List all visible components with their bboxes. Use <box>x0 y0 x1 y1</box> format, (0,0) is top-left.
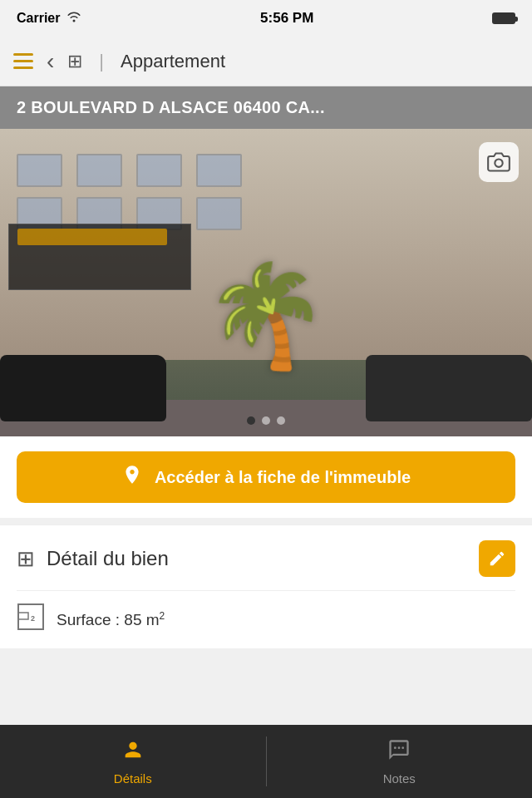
detail-title: Détail du bien <box>47 547 169 570</box>
status-right <box>492 12 515 24</box>
svg-point-4 <box>394 746 397 749</box>
edit-icon <box>488 549 506 568</box>
nav-title: Appartement <box>121 51 225 72</box>
car-left <box>0 355 166 421</box>
back-button[interactable]: ‹ <box>47 50 54 73</box>
svg-point-5 <box>398 746 401 749</box>
camera-button[interactable] <box>479 142 519 182</box>
address-text: 2 BOULEVARD D ALSACE 06400 CA... <box>17 98 325 116</box>
building-icon: ⊞ <box>67 51 82 72</box>
car-right <box>366 355 532 421</box>
address-bar: 2 BOULEVARD D ALSACE 06400 CA... <box>0 86 532 129</box>
detail-section: ⊞ Détail du bien 2 Surface : 85 m2 <box>0 525 532 648</box>
location-icon <box>121 464 143 491</box>
superscript: 2 <box>160 610 165 622</box>
detail-header: ⊞ Détail du bien <box>17 540 515 577</box>
status-time: 5:56 PM <box>260 10 313 27</box>
dot-2 <box>262 416 270 425</box>
property-photo: 🌴 <box>0 129 532 436</box>
storefront <box>8 224 191 290</box>
svg-rect-2 <box>18 613 28 619</box>
nav-divider: | <box>99 51 104 72</box>
window <box>196 197 242 230</box>
dot-1 <box>247 416 255 425</box>
dot-3 <box>277 416 285 425</box>
action-btn-label: Accéder à la fiche de l'immeuble <box>155 468 411 487</box>
surface-text: Surface : 85 m2 <box>57 610 165 629</box>
surface-row: 2 Surface : 85 m2 <box>17 590 515 637</box>
tab-notes[interactable]: Notes <box>267 725 533 798</box>
photo-area[interactable]: 🌴 <box>0 129 532 436</box>
window <box>136 154 182 187</box>
carrier-text: Carrier <box>17 11 60 26</box>
status-bar: Carrier 5:56 PM <box>0 0 532 37</box>
action-section: Accéder à la fiche de l'immeuble <box>0 436 532 518</box>
window <box>196 154 242 187</box>
tab-details[interactable]: Détails <box>0 725 266 798</box>
svg-point-6 <box>402 746 405 749</box>
window <box>17 154 62 187</box>
camera-icon <box>487 150 510 174</box>
wifi-icon <box>66 11 81 26</box>
access-building-button[interactable]: Accéder à la fiche de l'immeuble <box>17 451 515 503</box>
battery-icon <box>492 12 515 24</box>
status-left: Carrier <box>17 11 81 26</box>
svg-point-0 <box>495 160 502 167</box>
details-tab-icon <box>121 738 145 767</box>
notes-tab-label: Notes <box>383 771 416 786</box>
detail-left: ⊞ Détail du bien <box>17 546 169 572</box>
edit-button[interactable] <box>479 540 515 577</box>
menu-button[interactable] <box>13 53 33 69</box>
nav-bar: ‹ ⊞ | Appartement <box>0 37 532 86</box>
window <box>76 154 122 187</box>
notes-tab-icon <box>387 738 411 767</box>
building-windows <box>17 154 246 230</box>
palm-tree-decoration: 🌴 <box>204 258 328 375</box>
detail-building-icon: ⊞ <box>17 546 35 572</box>
svg-text:2: 2 <box>31 614 35 623</box>
storefront-sign <box>17 229 167 245</box>
details-tab-label: Détails <box>114 771 152 786</box>
surface-icon: 2 <box>17 603 45 637</box>
tab-bar: Détails Notes <box>0 725 532 798</box>
photo-dots <box>247 416 285 425</box>
